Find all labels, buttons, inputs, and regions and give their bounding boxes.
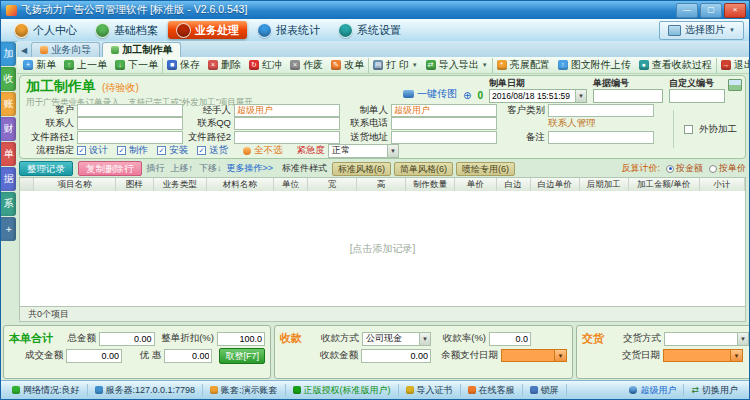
grid-column-header[interactable]: 高 bbox=[357, 178, 406, 191]
pick-image-button[interactable]: 选择图片 ▼ bbox=[659, 21, 744, 40]
file-path2-input[interactable] bbox=[234, 131, 340, 144]
toolbar-button[interactable]: ↻ 红冲 bbox=[245, 58, 286, 73]
grid-column-header[interactable]: 宽 bbox=[308, 178, 357, 191]
side-tab[interactable]: 加 bbox=[1, 42, 16, 66]
status-item[interactable]: 网络情况:良好 bbox=[5, 384, 88, 396]
grid-column-header[interactable]: 业务类型 bbox=[154, 178, 207, 191]
grid-column-header[interactable]: 单位 bbox=[274, 178, 308, 191]
remark-input[interactable] bbox=[548, 131, 654, 144]
menu-tab[interactable]: 系统设置 bbox=[330, 21, 409, 39]
row-op-link[interactable]: 上移↑ bbox=[171, 162, 194, 175]
toolbar-button[interactable]: ■ 保存 bbox=[162, 58, 204, 73]
grid-column-header[interactable]: 图样 bbox=[116, 178, 154, 191]
customer-input[interactable] bbox=[77, 104, 183, 117]
status-item[interactable]: 正版授权(标准版用户) bbox=[286, 384, 399, 396]
toolbar-button[interactable]: ↑ 上一单 bbox=[60, 58, 111, 73]
grid-column-header[interactable]: 加工金额/单价 bbox=[629, 178, 700, 191]
delivery-date-input[interactable]: ▼ bbox=[663, 349, 743, 362]
current-user[interactable]: 超级用户 bbox=[622, 384, 684, 396]
style-pill-button[interactable]: 喷绘专用(6) bbox=[456, 162, 515, 176]
contact-phone-input[interactable] bbox=[391, 117, 497, 130]
balance-date-input[interactable]: ▼ bbox=[501, 349, 567, 362]
side-tab[interactable]: 财 bbox=[1, 117, 16, 141]
side-tab[interactable]: ＋ bbox=[1, 217, 16, 241]
maximize-button[interactable]: ▢ bbox=[700, 3, 722, 18]
attach-add-icon[interactable]: ⊕ bbox=[463, 90, 471, 101]
toolbar-button[interactable]: ● 查看收款过程 bbox=[635, 58, 716, 73]
status-item[interactable]: 在线客服 bbox=[461, 384, 523, 396]
final-amount-input[interactable] bbox=[66, 349, 122, 363]
organize-records-button[interactable]: 整理记录 bbox=[19, 161, 73, 176]
more-operations-link[interactable]: 更多操作>> bbox=[227, 162, 274, 175]
toolbar-button[interactable]: ↓ 下一单 bbox=[111, 58, 162, 73]
payment-amount-input[interactable] bbox=[361, 349, 431, 363]
toolbar-button[interactable]: × 作废 bbox=[286, 58, 327, 73]
delivery-method-select[interactable]: ▼ bbox=[664, 332, 749, 346]
maker-input[interactable] bbox=[391, 104, 497, 117]
menu-tab[interactable]: 报表统计 bbox=[249, 21, 328, 39]
menu-tab[interactable]: 业务处理 bbox=[168, 21, 247, 39]
discount-input[interactable] bbox=[217, 332, 265, 346]
copy-delete-row-button[interactable]: 复制删除行 bbox=[78, 161, 142, 176]
close-button[interactable]: × bbox=[724, 3, 746, 18]
bill-no-input[interactable] bbox=[594, 91, 662, 102]
grid-column-header[interactable]: 单价 bbox=[455, 178, 497, 191]
outsource-checkbox[interactable]: ✓ 外协加工 bbox=[673, 110, 737, 148]
side-tab[interactable]: 收 bbox=[1, 67, 16, 91]
switch-user-button[interactable]: ⇄ 切换用户 bbox=[684, 384, 745, 397]
tab-processing-order[interactable]: 加工制作单 bbox=[102, 42, 181, 57]
radio-by-amount[interactable]: 按金额 bbox=[666, 162, 703, 175]
contact-qq-input[interactable] bbox=[234, 117, 340, 130]
minimize-button[interactable]: — bbox=[676, 3, 698, 18]
total-amount-input[interactable] bbox=[99, 332, 155, 346]
customer-type-input[interactable] bbox=[548, 104, 654, 117]
tab-scroll-left-icon[interactable]: ◀ bbox=[21, 46, 27, 55]
process-checkbox[interactable]: ✓ 制作 bbox=[117, 144, 148, 157]
delivery-address-input[interactable] bbox=[391, 131, 497, 144]
side-tab[interactable]: 据 bbox=[1, 167, 16, 191]
radio-by-price[interactable]: 按单价 bbox=[709, 162, 746, 175]
urgency-select[interactable]: 正常 ▼ bbox=[328, 144, 399, 158]
style-pill-button[interactable]: 标准风格(6) bbox=[332, 162, 391, 176]
photo-icon[interactable] bbox=[728, 79, 742, 91]
grid-column-header[interactable]: 白边单价 bbox=[531, 178, 580, 191]
toolbar-button[interactable]: → 退出 bbox=[716, 58, 750, 73]
grid-column-header[interactable]: 项目名称 bbox=[34, 178, 116, 191]
contact-input[interactable] bbox=[77, 117, 183, 130]
grid-column-header[interactable]: 后期加工 bbox=[580, 178, 629, 191]
round-button[interactable]: 取整[F7] bbox=[219, 348, 265, 364]
row-op-link[interactable]: 插行 bbox=[147, 162, 165, 175]
payment-method-select[interactable]: 公司现金 ▼ bbox=[362, 332, 431, 346]
side-tab[interactable]: 账 bbox=[1, 92, 16, 116]
payment-rate-input[interactable] bbox=[489, 332, 531, 346]
file-path1-input[interactable] bbox=[77, 131, 183, 144]
side-tab[interactable]: 单 bbox=[1, 142, 16, 166]
row-op-link[interactable]: 下移↓ bbox=[199, 162, 222, 175]
grid-empty-hint[interactable]: [点击添加记录] bbox=[350, 242, 416, 256]
status-item[interactable]: 服务器:127.0.0.1:7798 bbox=[88, 384, 204, 396]
toolbar-button[interactable]: * 亮展配置 bbox=[492, 58, 554, 73]
toolbar-button[interactable]: ↑ 图文附件上传 bbox=[554, 58, 635, 73]
tab-business-wizard[interactable]: 业务向导 bbox=[31, 42, 100, 57]
process-checkbox[interactable]: ✓ 安装 bbox=[157, 144, 188, 157]
status-item[interactable]: 账套:演示账套 bbox=[203, 384, 286, 396]
order-date-input[interactable] bbox=[490, 91, 575, 102]
uncheck-all-link[interactable]: 全不选 bbox=[243, 144, 283, 157]
status-item[interactable]: 导入证书 bbox=[399, 384, 461, 396]
handler-input[interactable] bbox=[234, 104, 340, 117]
grid-column-header[interactable]: 小计 bbox=[700, 178, 745, 191]
side-tab[interactable]: 系 bbox=[1, 192, 16, 216]
custom-no-input[interactable] bbox=[670, 91, 724, 102]
concession-input[interactable] bbox=[164, 349, 212, 363]
status-item[interactable]: 锁屏 bbox=[523, 384, 567, 396]
process-checkbox[interactable]: ✓ 设计 bbox=[77, 144, 108, 157]
menu-tab[interactable]: 个人中心 bbox=[6, 21, 85, 39]
grid-body[interactable]: [点击添加记录] bbox=[19, 191, 746, 307]
toolbar-button[interactable]: ⇄ 导入导出 ▼ bbox=[422, 58, 492, 73]
contact-manage-button[interactable]: 联系人管理 bbox=[548, 117, 596, 130]
style-pill-button[interactable]: 简单风格(6) bbox=[394, 162, 453, 176]
quick-upload-link[interactable]: 一键传图 bbox=[403, 87, 457, 101]
toolbar-button[interactable]: ▤ 打 印 ▼ bbox=[368, 58, 422, 73]
toolbar-button[interactable]: ✎ 改单 bbox=[327, 58, 368, 73]
grid-column-header[interactable]: 白边 bbox=[497, 178, 531, 191]
